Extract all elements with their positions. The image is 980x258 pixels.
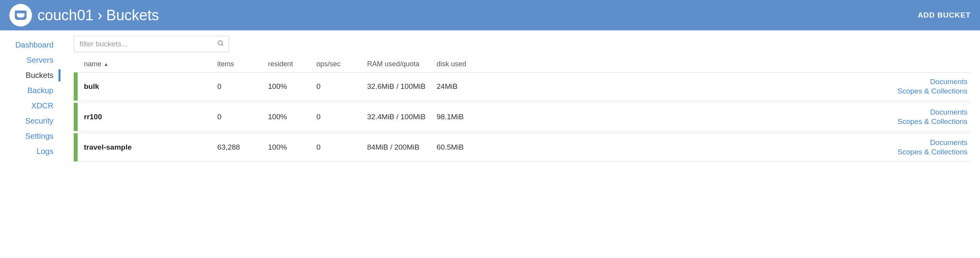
page-title: Buckets: [106, 7, 159, 24]
bucket-disk: 60.5MiB: [437, 143, 491, 152]
bucket-name: travel-sample: [84, 143, 217, 152]
bucket-resident: 100%: [268, 143, 316, 152]
bucket-ops: 0: [316, 143, 367, 152]
documents-link[interactable]: Documents: [930, 78, 968, 86]
breadcrumb-separator: ›: [98, 7, 103, 24]
page-header: couch01 › Buckets ADD BUCKET: [0, 0, 980, 30]
bucket-ops: 0: [316, 82, 367, 91]
bucket-items: 63,288: [217, 143, 268, 152]
sidebar-item-dashboard[interactable]: Dashboard: [0, 37, 60, 53]
breadcrumb: couch01 › Buckets: [37, 7, 159, 24]
bucket-name: rr100: [84, 113, 217, 121]
bucket-row[interactable]: travel-sample 63,288 100% 0 84MiB / 200M…: [74, 133, 971, 162]
bucket-items: 0: [217, 82, 268, 91]
couchbase-logo-icon: [15, 11, 27, 20]
bucket-items: 0: [217, 113, 268, 121]
documents-link[interactable]: Documents: [930, 138, 968, 147]
column-header-name[interactable]: name ▲: [84, 60, 217, 68]
column-header-ram[interactable]: RAM used/quota: [367, 60, 437, 68]
sidebar-item-buckets[interactable]: Buckets: [0, 68, 60, 83]
sidebar-item-backup[interactable]: Backup: [0, 83, 60, 98]
documents-link[interactable]: Documents: [930, 108, 968, 117]
table-header-row: name ▲ items resident ops/sec RAM used/q…: [74, 58, 971, 72]
svg-line-1: [222, 44, 223, 46]
bucket-name: bulk: [84, 82, 217, 91]
cluster-name[interactable]: couch01: [37, 7, 94, 24]
svg-point-0: [218, 41, 222, 45]
sidebar-item-servers[interactable]: Servers: [0, 53, 60, 68]
column-header-items[interactable]: items: [217, 60, 268, 68]
bucket-ram: 84MiB / 200MiB: [367, 143, 437, 152]
filter-buckets-input[interactable]: [74, 36, 229, 52]
couchbase-logo: [9, 4, 32, 27]
search-icon[interactable]: [217, 40, 224, 48]
column-header-name-label: name: [84, 60, 101, 68]
add-bucket-button[interactable]: ADD BUCKET: [918, 11, 971, 19]
bucket-row[interactable]: rr100 0 100% 0 32.4MiB / 100MiB 98.1MiB …: [74, 102, 971, 131]
bucket-row[interactable]: bulk 0 100% 0 32.6MiB / 100MiB 24MiB Doc…: [74, 72, 971, 101]
bucket-disk: 24MiB: [437, 82, 491, 91]
sidebar-item-settings[interactable]: Settings: [0, 129, 60, 144]
bucket-disk: 98.1MiB: [437, 113, 491, 121]
scopes-collections-link[interactable]: Scopes & Collections: [897, 148, 968, 156]
sidebar-item-security[interactable]: Security: [0, 113, 60, 129]
column-header-disk[interactable]: disk used: [437, 60, 491, 68]
main-content: name ▲ items resident ops/sec RAM used/q…: [60, 30, 980, 163]
bucket-ram: 32.4MiB / 100MiB: [367, 113, 437, 121]
column-header-resident[interactable]: resident: [268, 60, 316, 68]
column-header-ops[interactable]: ops/sec: [316, 60, 367, 68]
scopes-collections-link[interactable]: Scopes & Collections: [897, 117, 968, 126]
bucket-ops: 0: [316, 113, 367, 121]
sidebar: Dashboard Servers Buckets Backup XDCR Se…: [0, 30, 60, 163]
bucket-ram: 32.6MiB / 100MiB: [367, 82, 437, 91]
bucket-resident: 100%: [268, 113, 316, 121]
sidebar-item-xdcr[interactable]: XDCR: [0, 98, 60, 113]
scopes-collections-link[interactable]: Scopes & Collections: [897, 87, 968, 95]
bucket-resident: 100%: [268, 82, 316, 91]
sort-asc-icon: ▲: [104, 62, 108, 67]
sidebar-item-logs[interactable]: Logs: [0, 144, 60, 159]
